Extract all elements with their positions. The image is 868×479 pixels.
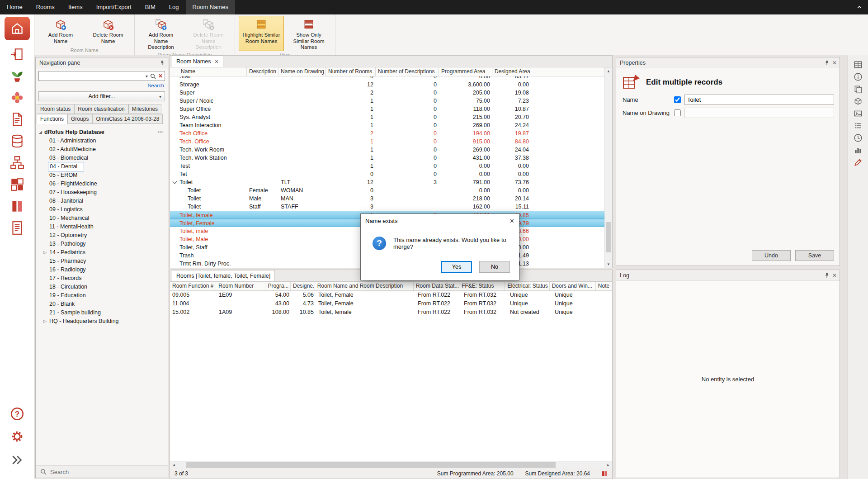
tab-milestones[interactable]: Milestones xyxy=(128,104,161,114)
tree-item[interactable]: 09 - Logistics xyxy=(36,205,168,214)
table-row[interactable]: Super Office 1 0 118.00 10.87 xyxy=(170,105,612,113)
column-header-name-on-drawing[interactable]: Name on Drawing xyxy=(278,67,326,76)
column-header-number-of-rooms[interactable]: Number of Rooms xyxy=(326,67,376,76)
column-header-ffe-status[interactable]: FF&E: Status xyxy=(459,282,505,290)
expander-icon[interactable] xyxy=(42,317,48,326)
expand-chevrons-icon[interactable] xyxy=(9,452,25,468)
clock-icon[interactable] xyxy=(854,133,863,142)
table-row[interactable]: Tech. Work Station 1 0 431.00 37.38 xyxy=(170,154,612,162)
tree-item[interactable]: 13 - Pathology xyxy=(36,240,168,248)
tree-item[interactable]: 04 - Dental xyxy=(36,162,168,171)
column-header-room-number[interactable]: Room Number xyxy=(216,282,265,290)
tree-item[interactable]: 08 - Janitorial xyxy=(36,197,168,205)
delete-room-name-button[interactable]: Delete Room Name xyxy=(85,16,131,47)
undo-button[interactable]: Undo xyxy=(752,250,791,261)
yes-button[interactable]: Yes xyxy=(441,261,472,273)
scrollbar-thumb[interactable] xyxy=(606,222,611,252)
tree-item[interactable]: 19 - Education xyxy=(36,291,168,300)
clear-search-icon[interactable]: ✕ xyxy=(158,73,163,79)
add-room-name-description-button[interactable]: Add Room Name Description xyxy=(138,16,184,51)
scroll-down-icon[interactable]: ▼ xyxy=(605,261,612,268)
add-filter-dropdown[interactable]: Add filter... ▾ xyxy=(38,91,165,101)
delete-room-name-description-button[interactable]: Delete Room Name Description xyxy=(186,16,231,51)
scrollbar-thumb[interactable] xyxy=(186,462,556,468)
table-row[interactable]: Toilet Staff STAFF 3 162.00 15.11 xyxy=(170,203,612,211)
flowchart-icon[interactable] xyxy=(9,155,25,171)
expander-icon[interactable]: ◢ xyxy=(38,128,43,137)
table-row[interactable]: Tech. Work Room 1 0 269.00 24.04 xyxy=(170,146,612,154)
tree-item[interactable]: 16 - Radiology xyxy=(36,266,168,274)
column-header-programmed[interactable]: Progra... xyxy=(265,282,291,290)
table-row[interactable]: Toilet Female WOMAN 0 0.00 0.00 xyxy=(170,186,612,194)
menu-import-export[interactable]: Import/Export xyxy=(90,0,138,14)
menu-home[interactable]: Home xyxy=(0,0,29,14)
dialog-titlebar[interactable]: Name exists ✕ xyxy=(361,214,519,228)
tree-item[interactable]: 03 - Biomedical xyxy=(36,154,168,162)
column-header-room-data-status[interactable]: Room Data Stat... xyxy=(414,282,459,290)
no-button[interactable]: No xyxy=(479,261,510,273)
tree-item[interactable]: 12 - Optometry xyxy=(36,231,168,240)
database-icon[interactable] xyxy=(9,133,25,149)
table-row[interactable]: Sys. Analyst 1 0 215.00 20.70 xyxy=(170,113,612,121)
scroll-up-icon[interactable]: ▲ xyxy=(605,67,612,75)
close-icon[interactable]: ✕ xyxy=(832,60,837,66)
flower-icon[interactable] xyxy=(9,90,25,105)
menu-items[interactable]: Items xyxy=(61,0,90,14)
settings-gear-icon[interactable] xyxy=(9,429,25,444)
bottom-search-input[interactable] xyxy=(50,469,163,475)
collapse-ribbon-icon[interactable] xyxy=(856,4,863,10)
search-icon[interactable] xyxy=(150,73,156,79)
copy-icon[interactable] xyxy=(854,85,863,94)
tab-functions[interactable]: Functions xyxy=(37,114,67,124)
navigation-search-input[interactable] xyxy=(41,73,143,79)
tree-root-item[interactable]: ◢ dRofus Help Database ••• xyxy=(36,128,168,137)
add-room-name-button[interactable]: Add Room Name xyxy=(38,16,83,47)
pin-icon[interactable] xyxy=(824,60,830,66)
table-row[interactable]: 15.002 1A09 108.00 10.85 Toilet, female … xyxy=(170,308,612,317)
column-header-name[interactable]: Name xyxy=(170,67,247,76)
chart-icon[interactable] xyxy=(854,146,863,155)
building-icon[interactable] xyxy=(9,177,25,192)
tree-item[interactable]: 21 - Sample building xyxy=(36,308,168,317)
name-on-drawing-checkbox[interactable] xyxy=(674,109,681,116)
rooms-icon[interactable] xyxy=(5,17,30,40)
column-header-designed-area[interactable]: Designed Area xyxy=(492,67,531,76)
tree-item[interactable]: 14 - Pediatrics xyxy=(36,248,168,257)
table-row[interactable]: 09.005 1E09 54.00 5.06 Toilet, Female Fr… xyxy=(170,291,612,299)
table-row[interactable]: Test 1 0 0.00 0.00 xyxy=(170,162,612,170)
search-link[interactable]: Search xyxy=(148,83,164,88)
tab-rooms-filtered[interactable]: Rooms [Toilet, female, Toilet, Female] xyxy=(172,270,275,281)
close-icon[interactable]: ✕ xyxy=(832,273,837,278)
tree-item[interactable]: 06 - FlightMedicine xyxy=(36,180,168,188)
tree-item[interactable]: 11 - MentalHealth xyxy=(36,223,168,231)
table-row[interactable]: Tech Office 2 0 194.00 19.87 xyxy=(170,129,612,138)
tree-item[interactable]: 05 - EROM xyxy=(36,171,168,180)
name-on-drawing-input[interactable] xyxy=(684,108,834,118)
door-icon[interactable] xyxy=(9,47,25,62)
image-icon[interactable] xyxy=(854,109,863,118)
column-header-programmed-area[interactable]: Programmed Area xyxy=(439,67,492,76)
table-row[interactable]: 11.004 43.00 4.73 Toilet, Female From RT… xyxy=(170,299,612,308)
tab-room-status[interactable]: Room status xyxy=(37,104,74,114)
cube-icon[interactable] xyxy=(854,97,863,106)
tree-item[interactable]: 07 - Housekeeping xyxy=(36,188,168,197)
menu-log[interactable]: Log xyxy=(162,0,186,14)
chevron-down-icon[interactable]: ▾ xyxy=(146,74,148,79)
show-only-similar-room-names-button[interactable]: Show Only Similar Room Names xyxy=(286,16,331,51)
vertical-scrollbar[interactable]: ▲ ▼ xyxy=(604,67,612,268)
tab-omniclass[interactable]: OmniClass 14 2006-03-28 xyxy=(92,114,163,124)
more-options-icon[interactable]: ••• xyxy=(158,128,163,137)
tree-item[interactable]: 01 - Administration xyxy=(36,137,168,145)
table-row[interactable]: Tet 0 0 0.00 0.00 xyxy=(170,170,612,178)
expander-icon[interactable] xyxy=(42,248,48,257)
column-header-note[interactable]: Note xyxy=(596,282,612,290)
pin-icon[interactable] xyxy=(824,273,830,278)
column-header-doors-windows[interactable]: Doors and Win... xyxy=(550,282,596,290)
plant-icon[interactable] xyxy=(9,68,25,84)
help-icon[interactable]: ? xyxy=(9,406,25,422)
table-row[interactable]: Storage 12 0 3,600.00 0.00 xyxy=(170,81,612,89)
tree-item[interactable]: 15 - Pharmacy xyxy=(36,257,168,266)
grid-icon[interactable] xyxy=(854,60,863,69)
pin-icon[interactable] xyxy=(160,60,165,66)
table-row[interactable]: Super / Ncoic 1 0 75.00 7.23 xyxy=(170,97,612,105)
